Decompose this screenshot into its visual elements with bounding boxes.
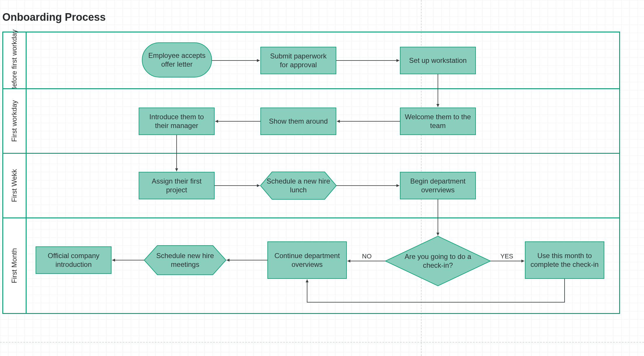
edge-label-yes: YES [500, 253, 513, 260]
connectors: NO YES [0, 0, 644, 356]
diagram-canvas: Onboarding Process Before first workday … [0, 0, 644, 356]
edge-label-no: NO [362, 253, 372, 260]
